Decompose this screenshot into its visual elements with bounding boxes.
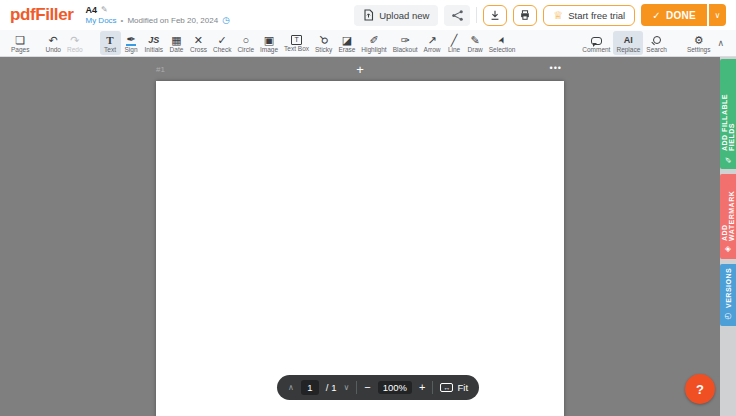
tab-versions[interactable]: ◷ VERSIONS: [720, 264, 736, 326]
page-number-label: #1: [156, 65, 165, 74]
page-total-label: / 1: [326, 382, 337, 393]
done-button[interactable]: ✓ DONE: [641, 4, 707, 26]
upload-new-label: Upload new: [379, 10, 429, 21]
date-calendar-icon: ▦: [171, 34, 181, 46]
history-clock-icon[interactable]: ◷: [222, 15, 230, 25]
tool-line[interactable]: ╱ Line: [444, 31, 465, 55]
meta-separator: •: [121, 16, 124, 25]
collapse-toolbar-button[interactable]: ∧: [713, 34, 728, 52]
initials-icon: JS: [148, 34, 159, 46]
download-icon: [489, 9, 501, 21]
cross-icon: ✕: [194, 34, 203, 46]
tool-pages[interactable]: ❏ Pages: [8, 31, 32, 55]
add-page-button[interactable]: +: [356, 62, 364, 78]
done-dropdown-button[interactable]: ∨: [709, 4, 726, 26]
upload-new-button[interactable]: Upload new: [354, 5, 438, 26]
circle-icon: ○: [242, 34, 249, 46]
tool-comment[interactable]: Comment: [579, 31, 613, 55]
done-label: DONE: [666, 10, 696, 21]
breadcrumb-my-docs[interactable]: My Docs: [85, 16, 116, 25]
fit-label: Fit: [457, 382, 468, 393]
tool-cross[interactable]: ✕ Cross: [187, 31, 210, 55]
arrow-icon: ↗: [427, 34, 436, 46]
zoom-level-value[interactable]: 100%: [378, 381, 412, 394]
document-title: A4: [85, 5, 97, 15]
tool-search[interactable]: Search: [643, 31, 670, 55]
document-page[interactable]: [156, 81, 564, 416]
tab-add-fillable-fields[interactable]: ✎ ADD FILLABLE FIELDS: [720, 59, 736, 169]
tool-erase[interactable]: ◪ Erase: [335, 31, 358, 55]
tool-date[interactable]: ▦ Date: [166, 31, 187, 55]
selection-cursor-icon: ➤: [495, 34, 509, 46]
zoom-in-button[interactable]: +: [419, 382, 425, 393]
editor-toolbar: ❏ Pages ↶ Undo ↷ Redo T Text ✒ Sign JS I…: [0, 30, 736, 57]
pdffiller-logo[interactable]: pdfFiller: [10, 5, 73, 25]
share-button[interactable]: [444, 5, 470, 26]
done-check-icon: ✓: [652, 10, 661, 21]
page-number-input[interactable]: [301, 380, 319, 395]
page-header-strip: #1 + •••: [156, 62, 564, 78]
crown-icon: ♕: [553, 10, 563, 20]
modified-timestamp: Modified on Feb 20, 2024: [127, 16, 218, 25]
line-icon: ╱: [451, 34, 458, 46]
tool-sign[interactable]: ✒ Sign: [121, 31, 142, 55]
start-free-trial-button[interactable]: ♕ Start free trial: [543, 5, 635, 26]
watermark-icon: ◈: [724, 245, 733, 254]
start-free-trial-label: Start free trial: [568, 10, 625, 21]
sticky-pin-icon: ⚲: [317, 32, 331, 46]
tool-blackout[interactable]: ✑ Blackout: [390, 31, 421, 55]
print-icon: [519, 9, 531, 21]
tool-highlight[interactable]: ✐ Highlight: [358, 31, 389, 55]
zoom-out-button[interactable]: −: [364, 382, 370, 393]
document-canvas: #1 + ••• ✎ ADD FILLABLE FIELDS ◈ ADD WAT…: [0, 57, 736, 416]
text-icon: T: [106, 34, 113, 46]
settings-gear-icon: ⚙: [694, 34, 704, 46]
fit-icon: ↔: [440, 383, 453, 392]
share-icon: [451, 9, 464, 22]
search-icon: [653, 36, 661, 44]
page-options-menu-icon[interactable]: •••: [550, 63, 562, 73]
comment-bubble-icon: [591, 37, 602, 45]
undo-icon: ↶: [49, 34, 58, 46]
sign-icon: ✒: [126, 34, 135, 46]
draw-pencil-icon: ✎: [471, 34, 480, 46]
tool-image[interactable]: ▣ Image: [257, 31, 281, 55]
previous-page-button[interactable]: ∧: [288, 383, 294, 392]
header-actions: Upload new ♕ Start free trial ✓ DONE: [354, 4, 726, 26]
edit-title-icon[interactable]: ✎: [101, 5, 108, 14]
tool-initials[interactable]: JS Initials: [142, 31, 166, 55]
chevron-down-icon: ∨: [715, 11, 721, 20]
tool-arrow[interactable]: ↗ Arrow: [421, 31, 444, 55]
question-mark-icon: ?: [696, 382, 704, 397]
check-icon: ✓: [218, 34, 227, 46]
print-button[interactable]: [513, 5, 537, 26]
tool-check[interactable]: ✓ Check: [210, 31, 234, 55]
tool-sticky[interactable]: ⚲ Sticky: [312, 31, 335, 55]
next-page-button[interactable]: ∨: [343, 383, 349, 392]
tool-text[interactable]: T Text: [100, 31, 121, 55]
fillable-fields-icon: ✎: [724, 155, 733, 164]
chevron-up-icon: ∧: [717, 38, 724, 48]
highlight-icon: ✐: [369, 34, 378, 46]
tool-settings[interactable]: ⚙ Settings: [684, 31, 714, 55]
tab-add-watermark[interactable]: ◈ ADD WATERMARK: [720, 174, 736, 259]
fit-to-width-button[interactable]: ↔ Fit: [440, 382, 468, 393]
tool-text-box[interactable]: T Text Box: [281, 31, 312, 55]
tool-circle[interactable]: ○ Circle: [234, 31, 257, 55]
document-info: A4 ✎ My Docs • Modified on Feb 20, 2024 …: [85, 5, 230, 26]
redo-icon: ↷: [70, 34, 79, 46]
tool-draw[interactable]: ✎ Draw: [465, 31, 486, 55]
tool-replace[interactable]: AI Replace: [613, 31, 643, 55]
header: pdfFiller A4 ✎ My Docs • Modified on Feb…: [0, 0, 736, 30]
tool-redo[interactable]: ↷ Redo: [64, 31, 86, 55]
blackout-icon: ✑: [401, 34, 410, 46]
tool-selection[interactable]: ➤ Selection: [486, 31, 519, 55]
download-button[interactable]: [483, 5, 507, 26]
tool-undo[interactable]: ↶ Undo: [42, 31, 64, 55]
pages-icon: ❏: [15, 34, 25, 46]
upload-doc-icon: [363, 9, 374, 21]
image-icon: ▣: [264, 34, 274, 46]
help-button[interactable]: ?: [685, 374, 715, 404]
replace-text-icon: AI: [624, 34, 633, 46]
text-box-icon: T: [291, 35, 302, 45]
